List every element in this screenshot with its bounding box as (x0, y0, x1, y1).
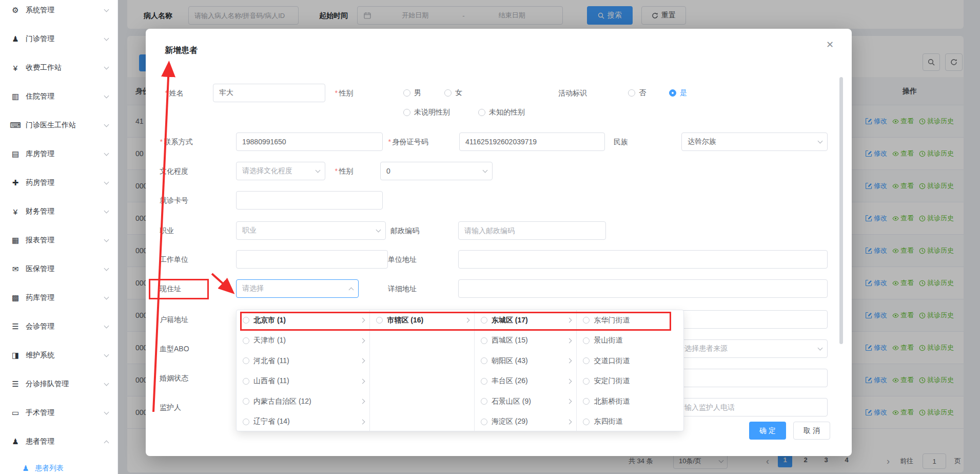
postal-input[interactable] (458, 221, 606, 240)
sidebar-item[interactable]: ▦ 报表管理 (0, 226, 117, 255)
visit-card-label: 就诊卡号 (160, 191, 188, 210)
cascader-option[interactable]: 河北省 (11) (237, 351, 369, 371)
cascader-option[interactable]: 内蒙古自治区 (12) (237, 391, 369, 412)
confirm-button[interactable]: 确 定 (749, 422, 786, 440)
radio-icon (481, 357, 487, 364)
radio-icon (583, 357, 590, 364)
cur-addr-select[interactable]: 请选择 (236, 279, 359, 298)
sidebar-item-label: 收费工作站 (26, 63, 105, 72)
radio-icon (583, 378, 590, 385)
sidebar-item-label: 医保管理 (26, 264, 105, 274)
guardian-label: 监护人 (160, 398, 181, 416)
occupation-select[interactable]: 职业 (236, 221, 386, 240)
radio-female[interactable]: 女 (444, 84, 462, 102)
cascader-option[interactable]: 北京市 (1) (237, 310, 369, 331)
name-input[interactable] (213, 84, 325, 102)
marital-label: 婚姻状态 (160, 369, 188, 387)
marital-right-input[interactable] (671, 369, 828, 387)
sidebar: ⚙ 系统管理 ♟ 门诊管理 ¥ 收费工作站 ▥ (0, 0, 118, 474)
sidebar-item[interactable]: ⌨ 门诊医生工作站 (0, 111, 117, 140)
contact-label: *联系方式 (160, 132, 192, 151)
sidebar-item[interactable]: ♟ 患者管理 (0, 427, 117, 456)
cascader-option[interactable]: 丰台区 (26) (475, 371, 577, 392)
chevron-icon (104, 266, 109, 271)
contact-input[interactable] (236, 132, 383, 151)
cascader-option[interactable]: 辽宁省 (14) (237, 412, 369, 431)
unit-addr-input[interactable] (458, 250, 828, 269)
close-icon[interactable]: ✕ (826, 39, 834, 50)
cascader-option[interactable]: 交道口街道 (577, 351, 683, 371)
cascader-option[interactable]: 西城区 (15) (475, 331, 577, 351)
sidebar-item-label: 住院管理 (26, 92, 105, 101)
work-unit-input[interactable] (236, 250, 388, 269)
idcard-input[interactable] (459, 132, 605, 151)
radio-active-no[interactable]: 否 (628, 84, 646, 102)
gender2-select[interactable]: 0 (380, 162, 493, 180)
sidebar-item[interactable]: ◨ 维护系统 (0, 341, 117, 370)
cascader-option[interactable]: 天津市 (1) (237, 331, 369, 351)
chevron-right-icon (567, 399, 572, 404)
sidebar-item[interactable]: ☰ 分诊排队管理 (0, 370, 117, 399)
chevron-icon (104, 440, 109, 445)
idcard-label: *身份证号码 (388, 132, 428, 151)
sidebar-item[interactable]: ¥ 收费工作站 (0, 53, 117, 82)
sidebar-item[interactable]: ♟ 门诊管理 (0, 25, 117, 53)
cascader-option[interactable]: 东四街道 (577, 412, 683, 431)
sidebar-item[interactable]: ▭ 手术管理 (0, 399, 117, 427)
sidebar-item[interactable]: ✉ 医保管理 (0, 255, 117, 283)
cascader-option[interactable]: 安定门街道 (577, 371, 683, 392)
sidebar-item-label: 财务管理 (26, 207, 105, 216)
cur-addr-label: 现住址 (160, 279, 181, 298)
chevron-icon (104, 36, 109, 41)
sidebar-item-label: 药库管理 (26, 293, 105, 302)
finance-icon: ¥ (9, 207, 22, 216)
cascader-option[interactable]: 海淀区 (29) (475, 412, 577, 431)
radio-active-yes[interactable]: 是 (669, 84, 687, 102)
radio-gender-unknown[interactable]: 未知的性别 (478, 103, 525, 122)
radio-icon (583, 398, 590, 405)
cascader-option[interactable]: 市辖区 (16) (370, 310, 474, 331)
chevron-icon (104, 93, 109, 99)
patient-list-label: 患者列表 (35, 464, 117, 473)
patient-source-select[interactable]: 请选择患者来源 (671, 339, 828, 358)
sidebar-item[interactable]: ▥ 住院管理 (0, 82, 117, 111)
radio-icon (583, 419, 590, 425)
modal-scrollbar[interactable] (839, 77, 843, 344)
chevron-icon (104, 324, 109, 329)
sidebar-item[interactable]: ¥ 财务管理 (0, 197, 117, 226)
chevron-right-icon (567, 378, 572, 384)
cascader-option[interactable]: 东华门街道 (577, 310, 683, 331)
ethnic-select[interactable]: 达斡尔族 (681, 132, 828, 151)
chevron-right-icon (567, 358, 572, 364)
cascader-city-column: 市辖区 (16) (370, 310, 475, 431)
cascader-option[interactable]: 景山街道 (577, 331, 683, 351)
sidebar-menu: ⚙ 系统管理 ♟ 门诊管理 ¥ 收费工作站 ▥ (0, 0, 117, 456)
modal-title: 新增患者 (165, 45, 198, 56)
sidebar-item[interactable]: ▤ 库房管理 (0, 140, 117, 168)
sidebar-item[interactable]: ✚ 药房管理 (0, 168, 117, 197)
pharmacy-cross-icon: ✚ (9, 178, 22, 187)
cascader-option[interactable]: 山西省 (11) (237, 371, 369, 392)
detail-addr-input[interactable] (458, 279, 828, 298)
radio-icon (243, 378, 249, 385)
cascader-option[interactable]: 朝阳区 (43) (475, 351, 577, 371)
education-select[interactable]: 请选择文化程度 (236, 162, 325, 180)
cascader-option[interactable]: 北新桥街道 (577, 391, 683, 412)
guardian-phone-input[interactable] (671, 398, 828, 416)
surgery-icon: ▭ (9, 408, 22, 418)
radio-gender-unexplained[interactable]: 未说明性别 (403, 103, 450, 122)
patient-icon: ♟ (9, 437, 22, 446)
sidebar-item[interactable]: ⚙ 系统管理 (0, 0, 117, 25)
sidebar-item[interactable]: ▩ 药库管理 (0, 283, 117, 312)
postal-label: 邮政编码 (390, 221, 419, 240)
radio-male[interactable]: 男 (403, 84, 421, 102)
household-right-input[interactable] (671, 310, 828, 329)
cancel-button[interactable]: 取 消 (793, 422, 830, 440)
cascader-option[interactable]: 东城区 (17) (475, 310, 577, 331)
visit-card-input[interactable] (236, 191, 383, 210)
sidebar-item[interactable]: ☰ 会诊管理 (0, 312, 117, 341)
sidebar-item-patient-list[interactable]: ♟ 患者列表 (0, 456, 117, 474)
chevron-icon (104, 410, 109, 415)
cascader-option[interactable]: 石景山区 (9) (475, 391, 577, 412)
active-flag-label: 活动标识 (558, 84, 587, 102)
